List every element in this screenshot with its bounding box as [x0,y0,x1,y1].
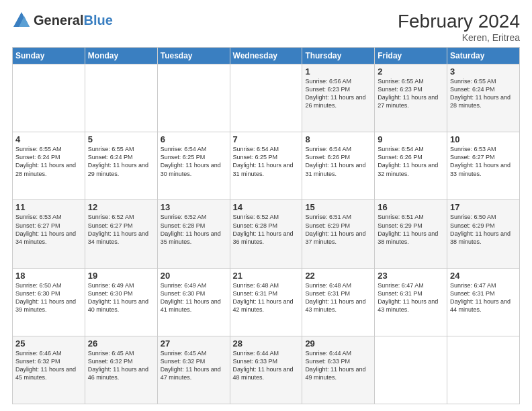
table-cell [230,64,302,132]
calendar-row: 11Sunrise: 6:53 AM Sunset: 6:27 PM Dayli… [13,200,520,268]
day-info: Sunrise: 6:54 AM Sunset: 6:26 PM Dayligh… [305,145,371,178]
table-cell: 26Sunrise: 6:45 AM Sunset: 6:32 PM Dayli… [85,336,157,404]
day-info: Sunrise: 6:47 AM Sunset: 6:31 PM Dayligh… [378,281,444,314]
day-number: 13 [161,202,227,212]
table-cell [375,336,447,404]
day-number: 28 [233,338,300,349]
calendar-row: 18Sunrise: 6:50 AM Sunset: 6:30 PM Dayli… [13,268,520,336]
table-cell [447,336,520,404]
table-cell: 27Sunrise: 6:45 AM Sunset: 6:32 PM Dayli… [157,336,230,404]
day-number: 26 [88,338,154,349]
logo-text-blue: Blue [83,13,112,28]
page: GeneralBlue February 2024 Keren, Eritrea… [0,0,532,411]
day-info: Sunrise: 6:45 AM Sunset: 6:32 PM Dayligh… [161,349,227,382]
day-number: 8 [305,134,371,144]
table-cell: 22Sunrise: 6:48 AM Sunset: 6:31 PM Dayli… [302,268,375,336]
day-number: 12 [88,202,154,212]
day-info: Sunrise: 6:53 AM Sunset: 6:27 PM Dayligh… [450,145,517,178]
table-cell: 10Sunrise: 6:53 AM Sunset: 6:27 PM Dayli… [447,132,520,200]
calendar-row: 4Sunrise: 6:55 AM Sunset: 6:24 PM Daylig… [13,132,520,200]
day-info: Sunrise: 6:54 AM Sunset: 6:26 PM Dayligh… [378,145,444,178]
day-info: Sunrise: 6:55 AM Sunset: 6:24 PM Dayligh… [450,77,517,110]
day-info: Sunrise: 6:51 AM Sunset: 6:29 PM Dayligh… [305,213,371,246]
col-saturday: Saturday [447,48,520,64]
day-info: Sunrise: 6:48 AM Sunset: 6:31 PM Dayligh… [233,281,300,314]
title-block: February 2024 Keren, Eritrea [398,11,520,43]
table-cell: 1Sunrise: 6:56 AM Sunset: 6:23 PM Daylig… [302,64,375,132]
day-number: 25 [15,338,82,349]
location: Keren, Eritrea [398,32,520,43]
day-number: 23 [378,271,444,281]
table-cell: 8Sunrise: 6:54 AM Sunset: 6:26 PM Daylig… [302,132,375,200]
day-number: 20 [161,271,227,281]
logo: GeneralBlue [12,11,113,30]
day-info: Sunrise: 6:52 AM Sunset: 6:28 PM Dayligh… [233,213,300,246]
col-tuesday: Tuesday [157,48,230,64]
table-cell: 29Sunrise: 6:44 AM Sunset: 6:33 PM Dayli… [302,336,375,404]
day-info: Sunrise: 6:47 AM Sunset: 6:31 PM Dayligh… [450,281,517,314]
day-info: Sunrise: 6:48 AM Sunset: 6:31 PM Dayligh… [305,281,371,314]
day-info: Sunrise: 6:49 AM Sunset: 6:30 PM Dayligh… [88,281,154,314]
day-info: Sunrise: 6:52 AM Sunset: 6:27 PM Dayligh… [88,213,154,246]
table-cell: 4Sunrise: 6:55 AM Sunset: 6:24 PM Daylig… [13,132,85,200]
day-number: 1 [305,66,371,77]
day-info: Sunrise: 6:54 AM Sunset: 6:25 PM Dayligh… [233,145,300,178]
day-number: 17 [450,202,517,212]
table-cell: 3Sunrise: 6:55 AM Sunset: 6:24 PM Daylig… [447,64,520,132]
table-cell: 7Sunrise: 6:54 AM Sunset: 6:25 PM Daylig… [230,132,302,200]
table-cell: 24Sunrise: 6:47 AM Sunset: 6:31 PM Dayli… [447,268,520,336]
table-cell: 9Sunrise: 6:54 AM Sunset: 6:26 PM Daylig… [375,132,447,200]
day-number: 5 [88,134,154,144]
col-sunday: Sunday [13,48,85,64]
day-info: Sunrise: 6:50 AM Sunset: 6:30 PM Dayligh… [15,281,82,314]
day-info: Sunrise: 6:55 AM Sunset: 6:24 PM Dayligh… [88,145,154,178]
table-cell: 25Sunrise: 6:46 AM Sunset: 6:32 PM Dayli… [13,336,85,404]
table-cell [13,64,85,132]
col-thursday: Thursday [302,48,375,64]
day-info: Sunrise: 6:55 AM Sunset: 6:23 PM Dayligh… [378,77,444,110]
day-info: Sunrise: 6:54 AM Sunset: 6:25 PM Dayligh… [161,145,227,178]
day-number: 19 [88,271,154,281]
day-number: 27 [161,338,227,349]
table-cell: 21Sunrise: 6:48 AM Sunset: 6:31 PM Dayli… [230,268,302,336]
table-cell: 15Sunrise: 6:51 AM Sunset: 6:29 PM Dayli… [302,200,375,268]
top-header: GeneralBlue February 2024 Keren, Eritrea [12,11,520,43]
table-cell [157,64,230,132]
day-number: 14 [233,202,300,212]
logo-text-general: General [34,13,83,28]
day-info: Sunrise: 6:50 AM Sunset: 6:29 PM Dayligh… [450,213,517,246]
table-cell: 17Sunrise: 6:50 AM Sunset: 6:29 PM Dayli… [447,200,520,268]
day-info: Sunrise: 6:44 AM Sunset: 6:33 PM Dayligh… [233,349,300,382]
day-number: 21 [233,271,300,281]
day-info: Sunrise: 6:53 AM Sunset: 6:27 PM Dayligh… [15,213,82,246]
day-number: 10 [450,134,517,144]
table-cell [85,64,157,132]
table-cell: 28Sunrise: 6:44 AM Sunset: 6:33 PM Dayli… [230,336,302,404]
calendar-table: Sunday Monday Tuesday Wednesday Thursday… [12,47,520,404]
day-number: 15 [305,202,371,212]
day-info: Sunrise: 6:55 AM Sunset: 6:24 PM Dayligh… [15,145,82,178]
day-info: Sunrise: 6:49 AM Sunset: 6:30 PM Dayligh… [161,281,227,314]
day-number: 16 [378,202,444,212]
day-number: 9 [378,134,444,144]
table-cell: 11Sunrise: 6:53 AM Sunset: 6:27 PM Dayli… [13,200,85,268]
table-cell: 23Sunrise: 6:47 AM Sunset: 6:31 PM Dayli… [375,268,447,336]
table-cell: 14Sunrise: 6:52 AM Sunset: 6:28 PM Dayli… [230,200,302,268]
header-row: Sunday Monday Tuesday Wednesday Thursday… [13,48,520,64]
day-info: Sunrise: 6:56 AM Sunset: 6:23 PM Dayligh… [305,77,371,110]
table-cell: 16Sunrise: 6:51 AM Sunset: 6:29 PM Dayli… [375,200,447,268]
table-cell: 5Sunrise: 6:55 AM Sunset: 6:24 PM Daylig… [85,132,157,200]
day-number: 7 [233,134,300,144]
day-info: Sunrise: 6:52 AM Sunset: 6:28 PM Dayligh… [161,213,227,246]
col-wednesday: Wednesday [230,48,302,64]
day-number: 24 [450,271,517,281]
col-friday: Friday [375,48,447,64]
table-cell: 13Sunrise: 6:52 AM Sunset: 6:28 PM Dayli… [157,200,230,268]
day-info: Sunrise: 6:46 AM Sunset: 6:32 PM Dayligh… [15,349,82,382]
day-number: 6 [161,134,227,144]
table-cell: 19Sunrise: 6:49 AM Sunset: 6:30 PM Dayli… [85,268,157,336]
day-info: Sunrise: 6:44 AM Sunset: 6:33 PM Dayligh… [305,349,371,382]
day-info: Sunrise: 6:45 AM Sunset: 6:32 PM Dayligh… [88,349,154,382]
month-year: February 2024 [398,11,520,32]
logo-icon [12,11,31,30]
